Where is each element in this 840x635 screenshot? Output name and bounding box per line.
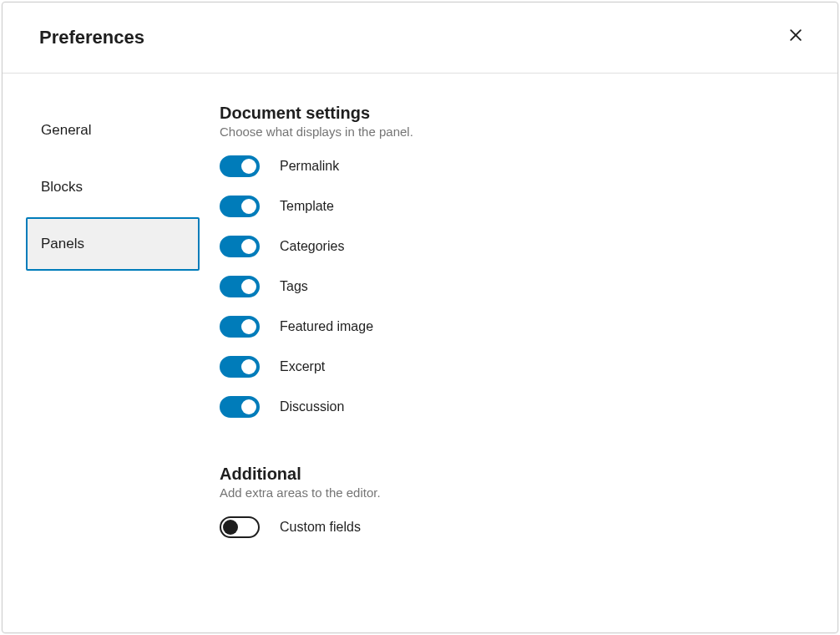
toggle-row-featured-image: Featured image (220, 316, 804, 338)
section-title: Additional (220, 465, 804, 484)
toggle-row-discussion: Discussion (220, 396, 804, 418)
sidebar: General Blocks Panels (3, 74, 203, 632)
toggle-row-permalink: Permalink (220, 155, 804, 177)
toggle-excerpt[interactable] (220, 356, 260, 378)
toggle-label: Template (280, 199, 334, 214)
section-title: Document settings (220, 104, 804, 123)
toggle-knob (223, 520, 238, 535)
toggle-label: Custom fields (280, 520, 361, 535)
modal-header: Preferences (3, 3, 837, 74)
toggle-knob (241, 319, 256, 334)
section-description: Choose what displays in the panel. (220, 124, 804, 139)
toggle-label: Excerpt (280, 359, 325, 374)
sidebar-item-panels[interactable]: Panels (26, 217, 200, 271)
toggle-row-categories: Categories (220, 236, 804, 257)
toggle-categories[interactable] (220, 236, 260, 257)
toggle-label: Featured image (280, 319, 373, 334)
toggle-custom-fields[interactable] (220, 516, 260, 538)
section-document-settings: Document settings Choose what displays i… (220, 104, 804, 418)
toggle-knob (241, 279, 256, 294)
toggle-label: Categories (280, 239, 344, 254)
toggle-template[interactable] (220, 196, 260, 217)
toggle-label: Tags (280, 279, 308, 294)
content-area: Document settings Choose what displays i… (203, 74, 837, 632)
sidebar-item-blocks[interactable]: Blocks (26, 160, 200, 214)
toggle-row-excerpt: Excerpt (220, 356, 804, 378)
toggle-knob (241, 359, 256, 374)
toggle-tags[interactable] (220, 276, 260, 297)
toggle-discussion[interactable] (220, 396, 260, 418)
modal-body: General Blocks Panels Document settings … (3, 74, 837, 632)
close-icon (787, 27, 804, 48)
toggle-label: Discussion (280, 399, 344, 414)
sidebar-item-general[interactable]: General (26, 104, 200, 157)
modal-title: Preferences (39, 27, 144, 48)
toggle-row-tags: Tags (220, 276, 804, 297)
toggle-row-custom-fields: Custom fields (220, 516, 804, 538)
toggle-knob (241, 399, 256, 414)
toggle-knob (241, 199, 256, 214)
close-button[interactable] (781, 23, 811, 53)
toggle-knob (241, 159, 256, 174)
toggle-permalink[interactable] (220, 155, 260, 177)
toggle-knob (241, 239, 256, 254)
toggle-featured-image[interactable] (220, 316, 260, 338)
preferences-modal: Preferences General Blocks Panels Docume… (2, 2, 838, 633)
toggle-label: Permalink (280, 159, 339, 174)
section-description: Add extra areas to the editor. (220, 485, 804, 500)
toggle-row-template: Template (220, 196, 804, 217)
section-additional: Additional Add extra areas to the editor… (220, 465, 804, 538)
